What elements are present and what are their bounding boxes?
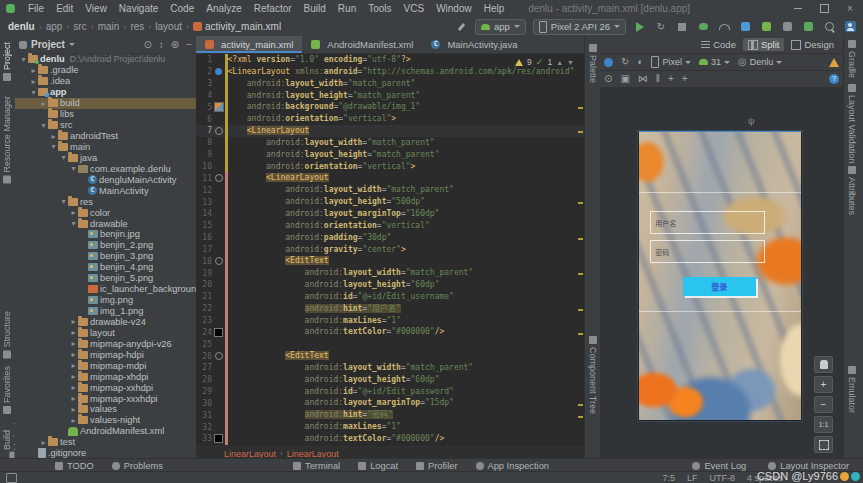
menu-code[interactable]: Code — [164, 3, 200, 14]
tree-item-MainActivity[interactable]: CMainActivity — [15, 185, 196, 196]
tree-item-mipmap-xhdpi[interactable]: ▸mipmap-xhdpi — [15, 371, 196, 382]
tool-tab-structure[interactable]: Structure — [2, 311, 12, 359]
code-line-31[interactable]: 31 android:hint="密码" — [196, 409, 584, 421]
tool-tab-component-tree[interactable]: Component Tree — [588, 336, 598, 414]
code-line-20[interactable]: 20 android:layout_height="60dp" — [196, 279, 584, 291]
tree-chevron[interactable]: ▸ — [69, 405, 78, 414]
module-select[interactable]: app — [475, 19, 526, 35]
tree-chevron[interactable]: ▾ — [59, 153, 68, 162]
mode-design[interactable]: Design — [786, 38, 839, 51]
caret-position[interactable]: 7:5 — [662, 473, 675, 483]
menu-tools[interactable]: Tools — [362, 3, 397, 14]
tree-item-denlu[interactable]: ▾denluD:\Android Project\denlu — [15, 54, 196, 65]
design-surface-icon[interactable] — [604, 58, 613, 67]
code-line-11[interactable]: 11 <LinearLayout — [196, 172, 584, 184]
stripe-warning-mark[interactable] — [578, 273, 583, 275]
close-button[interactable]: × — [837, 0, 863, 17]
stripe-warning-mark[interactable] — [578, 416, 583, 418]
minimize-button[interactable] — [785, 0, 811, 17]
tree-item-build[interactable]: ▸build — [15, 98, 196, 109]
tree-item-layout[interactable]: ▸layout — [15, 327, 196, 338]
orientation-icon[interactable]: ↻ — [621, 57, 629, 67]
tree-chevron[interactable]: ▸ — [49, 132, 58, 141]
hide-panel-icon[interactable]: − — [186, 39, 192, 50]
editor-tab-activity_main.xml[interactable]: activity_main.xml — [196, 36, 302, 53]
menu-window[interactable]: Window — [430, 3, 478, 14]
code-line-22[interactable]: 22 android:hint="用户名" — [196, 303, 584, 315]
device-manager-icon[interactable] — [738, 20, 752, 34]
tool-button-profiler[interactable]: Profiler — [416, 461, 457, 471]
code-line-3[interactable]: 3 android:layout_width="match_parent" — [196, 78, 584, 90]
code-line-16[interactable]: 16 android:padding="30dp" — [196, 232, 584, 244]
code-line-7[interactable]: 7 <LinearLayout — [196, 125, 584, 137]
breadcrumb-res[interactable]: res — [130, 21, 144, 32]
next-issue-icon[interactable]: ▼ — [567, 59, 574, 66]
device-preview[interactable]: 用户名 密码 登录 — [638, 131, 802, 421]
code-line-26[interactable]: 26 <EditText — [196, 350, 584, 362]
stripe-warning-mark[interactable] — [578, 107, 583, 109]
menu-vcs[interactable]: VCS — [398, 3, 431, 14]
tree-chevron[interactable]: ▸ — [69, 394, 78, 403]
code-line-27[interactable]: 27 android:layout_width="match_parent" — [196, 362, 584, 374]
tool-tab-emulator[interactable]: Emulator — [847, 366, 857, 413]
maximize-button[interactable] — [811, 0, 837, 17]
code-line-28[interactable]: 28 android:layout_height="60dp" — [196, 374, 584, 386]
menu-file[interactable]: File — [22, 3, 50, 14]
view-options-eye-icon[interactable]: ⊙ — [604, 74, 612, 84]
breadcrumb-denlu[interactable]: denlu — [8, 21, 35, 32]
tree-item-benjin_4.png[interactable]: benjin_4.png — [15, 262, 196, 273]
xml-breadcrumb-0[interactable]: LinearLayout — [224, 449, 276, 459]
toolwindow-toggle-icon[interactable] — [6, 473, 17, 483]
pan-vertical-icon[interactable]: + — [682, 74, 688, 84]
breadcrumb-file[interactable]: activity_main.xml — [193, 21, 281, 32]
password-edittext-preview[interactable]: 密码 — [650, 240, 765, 263]
code-line-10[interactable]: 10 android:orientation="vertical"> — [196, 161, 584, 173]
code-line-21[interactable]: 21 android:id="@+id/Edit_username" — [196, 291, 584, 303]
preview-gutter-icon[interactable] — [215, 68, 222, 75]
tree-chevron[interactable]: ▸ — [69, 208, 78, 217]
stripe-warning-mark[interactable] — [578, 333, 583, 335]
run-button[interactable] — [633, 20, 647, 34]
margins-icon[interactable]: ‖ — [656, 74, 660, 84]
tool-button-layout-inspector[interactable]: Layout Inspector — [768, 461, 849, 471]
zoom-out-button[interactable]: − — [814, 396, 833, 413]
breadcrumb-layout[interactable]: layout — [155, 21, 182, 32]
tree-chevron[interactable]: ▾ — [59, 197, 68, 206]
tree-item-mipmap-xxxhdpi[interactable]: ▸mipmap-xxxhdpi — [15, 393, 196, 404]
search-everywhere-icon[interactable] — [822, 20, 836, 34]
tree-item-color[interactable]: ▸color — [15, 207, 196, 218]
code-line-30[interactable]: 30 android:layout_marginTop="15dp" — [196, 397, 584, 409]
tree-chevron[interactable]: ▸ — [69, 317, 78, 326]
tree-item-libs[interactable]: libs — [15, 109, 196, 120]
tool-button-logcat[interactable]: Logcat — [358, 461, 398, 471]
zoom-to-fit-button[interactable] — [814, 436, 833, 453]
tree-item-ic_launcher_background.xml[interactable]: ic_launcher_background.xml — [15, 284, 196, 295]
code-line-15[interactable]: 15 android:orientation="vertical" — [196, 220, 584, 232]
pan-horizontal-icon[interactable]: + — [668, 74, 674, 84]
layout-warning-icon[interactable] — [829, 58, 839, 67]
code-line-29[interactable]: 29 android:id="@+id/Edit_password" — [196, 386, 584, 398]
stop-button[interactable] — [675, 20, 689, 34]
help-icon[interactable]: ? — [829, 74, 839, 84]
tree-item-mipmap-anydpi-v26[interactable]: ▸mipmap-anydpi-v26 — [15, 338, 196, 349]
tree-chevron[interactable]: ▸ — [29, 66, 38, 75]
sync-gradle-icon[interactable] — [780, 20, 794, 34]
tree-item-img.png[interactable]: img.png — [15, 295, 196, 306]
tree-chevron[interactable]: ▸ — [29, 77, 38, 86]
tree-item-benjin_2.png[interactable]: benjin_2.png — [15, 240, 196, 251]
tree-chevron[interactable]: ▾ — [29, 88, 38, 97]
code-line-24[interactable]: 24 android:textColor="#000000"/> — [196, 326, 584, 338]
tree-item-benjin_5.png[interactable]: benjin_5.png — [15, 273, 196, 284]
sdk-manager-icon[interactable] — [801, 20, 815, 34]
tree-chevron[interactable]: ▸ — [69, 361, 78, 370]
color-swatch-gutter-icon[interactable] — [214, 328, 223, 337]
debug-button[interactable] — [696, 20, 710, 34]
tree-chevron[interactable]: ▾ — [49, 142, 58, 151]
theme-dropdown[interactable]: ◎ Denlu — [738, 57, 782, 67]
xml-breadcrumb-1[interactable]: LinearLayout — [287, 449, 339, 459]
tool-tab-resource-manager[interactable]: Resource Manager — [2, 96, 12, 184]
wrench-icon[interactable] — [454, 20, 468, 34]
api-dropdown[interactable]: 31 — [699, 57, 730, 67]
apply-changes-button[interactable]: ↻ — [654, 20, 668, 34]
code-line-17[interactable]: 17 android:gravity="center"> — [196, 244, 584, 256]
